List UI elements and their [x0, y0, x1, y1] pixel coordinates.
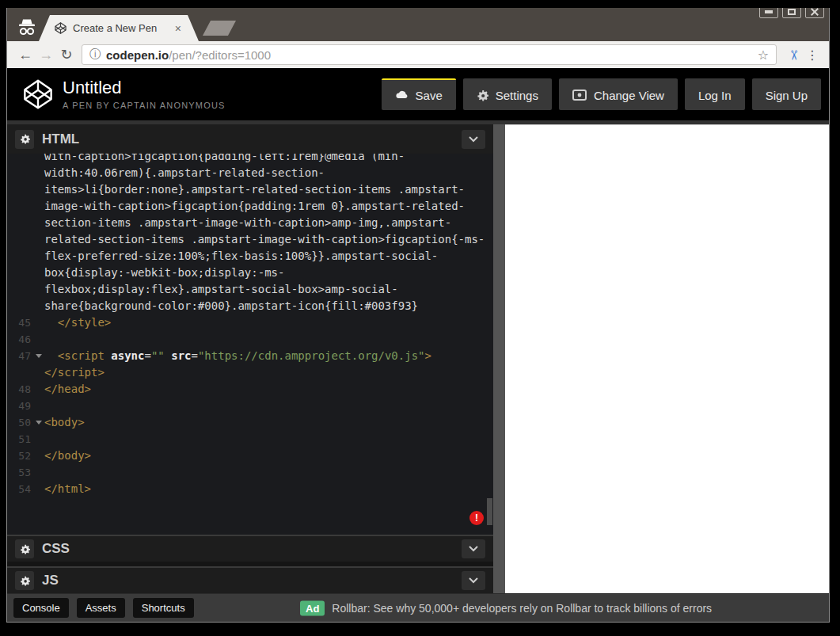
url-path: /pen/?editors=1000: [169, 48, 271, 62]
incognito-icon: [15, 17, 39, 37]
tab-favicon-codepen-icon: [55, 22, 67, 34]
codepen-logo-icon[interactable]: [23, 79, 53, 109]
code-line[interactable]: 45 </style>: [13, 314, 493, 331]
code-line[interactable]: 48</head>: [13, 381, 493, 398]
desktop: { "browser": { "tab": { "title": "Create…: [0, 0, 840, 636]
css-collapse-chevron-down-icon[interactable]: [462, 539, 485, 558]
code-line[interactable]: </script>: [13, 364, 493, 381]
maximize-icon[interactable]: [782, 8, 801, 18]
error-badge[interactable]: !: [469, 511, 484, 525]
html-settings-gear-icon[interactable]: [15, 130, 34, 149]
window-controls: [759, 8, 824, 18]
editor-preview-resizer[interactable]: [493, 124, 505, 593]
pen-title: Untitled: [63, 78, 226, 97]
code-lines: with-caption>figcaption{padding-left:1re…: [13, 154, 493, 497]
sign-up-button[interactable]: Sign Up: [752, 78, 821, 110]
preview-pane: [505, 124, 829, 593]
code-line[interactable]: width:40.06rem){.ampstart-related-sectio…: [13, 165, 493, 181]
assets-button[interactable]: Assets: [77, 598, 125, 618]
console-button[interactable]: Console: [13, 598, 69, 618]
gear-icon: [477, 89, 488, 101]
cloud-icon: [395, 90, 409, 100]
code-line[interactable]: share{background-color:#000}.ampstart-ic…: [13, 298, 493, 314]
code-line[interactable]: 47 <script async="" src="https://cdn.amp…: [13, 348, 493, 364]
change-view-button[interactable]: Change View: [559, 78, 678, 110]
main-area: HTML with-caption>figcaption{padding-lef…: [7, 120, 829, 593]
log-in-button-label: Log In: [698, 89, 732, 102]
shortcuts-button[interactable]: Shortcuts: [133, 598, 194, 618]
css-panel-header[interactable]: CSS: [7, 535, 493, 562]
log-in-button[interactable]: Log In: [685, 78, 745, 110]
browser-toolbar: ← → ↻ ⓘ codepen.io /pen/?editors=1000 ☆ …: [7, 41, 829, 68]
page-info-icon[interactable]: ⓘ: [89, 48, 101, 62]
html-panel-label: HTML: [42, 131, 79, 147]
html-panel-header[interactable]: HTML: [7, 124, 493, 154]
new-tab-button[interactable]: [203, 21, 236, 36]
change-view-button-label: Change View: [594, 89, 664, 102]
header-buttons: Save Settings Change View Log In Sign Up: [382, 78, 821, 110]
code-line[interactable]: 51: [13, 431, 493, 447]
code-line[interactable]: image-with-caption>figcaption{padding:1r…: [13, 198, 493, 215]
editor-footer: Console Assets Shortcuts Ad Rollbar: See…: [7, 593, 829, 622]
save-button[interactable]: Save: [382, 78, 456, 110]
back-icon[interactable]: ←: [15, 48, 36, 62]
code-line[interactable]: 49: [13, 398, 493, 414]
js-settings-gear-icon[interactable]: [15, 571, 34, 590]
js-collapse-chevron-down-icon[interactable]: [462, 571, 485, 590]
html-panel: HTML with-caption>figcaption{padding-lef…: [7, 124, 493, 535]
browser-tab[interactable]: Create a New Pen ×: [39, 15, 199, 41]
js-panel-header[interactable]: JS: [7, 566, 493, 593]
code-line[interactable]: 52</body>: [13, 447, 493, 464]
js-panel-label: JS: [42, 573, 59, 588]
editor-column: HTML with-caption>figcaption{padding-lef…: [7, 124, 493, 593]
browser-menu-icon[interactable]: ⋮: [804, 48, 821, 63]
extension-scissors-icon[interactable]: ✂: [785, 44, 802, 65]
view-icon: [572, 89, 587, 101]
code-line[interactable]: related-section-items .ampstart-image-wi…: [13, 231, 493, 248]
code-line[interactable]: 54</html>: [13, 481, 493, 497]
codepen-header: Untitled A PEN BY CAPTAIN ANONYMOUS Save…: [7, 68, 829, 120]
url-host: codepen.io: [106, 48, 169, 62]
tab-close-icon[interactable]: ×: [175, 23, 181, 34]
bookmark-star-icon[interactable]: ☆: [758, 48, 769, 63]
html-collapse-chevron-down-icon[interactable]: [462, 130, 485, 149]
css-panel-label: CSS: [42, 541, 70, 557]
tab-title: Create a New Pen: [73, 22, 169, 34]
ad-badge: Ad: [300, 600, 325, 615]
css-settings-gear-icon[interactable]: [15, 539, 34, 558]
code-line[interactable]: items>li{border:none}.ampstart-related-s…: [13, 181, 493, 198]
ad-text: Rollbar: See why 50,000+ developers rely…: [332, 602, 712, 615]
code-line[interactable]: flexbox;display:flex}.ampstart-social-bo…: [13, 281, 493, 298]
url-input[interactable]: ⓘ codepen.io /pen/?editors=1000 ☆: [82, 44, 777, 65]
save-button-label: Save: [416, 89, 443, 102]
code-line[interactable]: section-items .ampstart-image-with-capti…: [13, 215, 493, 231]
forward-icon[interactable]: →: [36, 48, 56, 62]
sign-up-button-label: Sign Up: [766, 89, 808, 102]
code-line[interactable]: 53: [13, 464, 493, 481]
code-line[interactable]: box{display:-webkit-box;display:-ms-: [13, 265, 493, 281]
reload-icon[interactable]: ↻: [56, 48, 77, 62]
code-line[interactable]: 46: [13, 331, 493, 348]
settings-button-label: Settings: [496, 89, 538, 102]
tab-strip: Create a New Pen ×: [7, 8, 829, 41]
html-code-editor[interactable]: with-caption>figcaption{padding-left:1re…: [7, 154, 493, 535]
code-line[interactable]: flex-preferred-size:100%;flex-basis:100%…: [13, 248, 493, 265]
minimize-icon[interactable]: [759, 8, 778, 18]
pen-byline: A PEN BY CAPTAIN ANONYMOUS: [63, 101, 226, 110]
ad-link[interactable]: Ad Rollbar: See why 50,000+ developers r…: [300, 600, 712, 615]
editor-scrollbar-thumb[interactable]: [487, 498, 492, 525]
browser-window: Create a New Pen × ← → ↻ ⓘ codepen.io /p…: [6, 8, 830, 623]
pen-title-block: Untitled A PEN BY CAPTAIN ANONYMOUS: [63, 78, 226, 109]
code-line[interactable]: 50<body>: [13, 414, 493, 431]
close-icon[interactable]: [805, 8, 824, 18]
settings-button[interactable]: Settings: [463, 78, 552, 110]
code-line[interactable]: with-caption>figcaption{padding-left:1re…: [13, 154, 493, 165]
